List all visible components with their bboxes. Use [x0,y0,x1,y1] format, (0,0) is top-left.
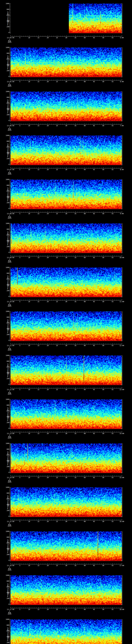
y-major-tick [10,323,11,323]
y-major-tick [10,53,11,54]
x-minor-tick [64,432,64,432]
y-tick-label: 0 [4,560,10,561]
y-minor-tick-right [122,280,122,281]
y-minor-tick-right [122,104,122,105]
x-tick-label: 55 [110,301,115,302]
x-end-time-label: 11:00 [117,301,127,302]
y-minor-tick [10,113,10,114]
y-tick-label: 200 [4,26,10,28]
x-minor-tick [24,36,24,36]
x-minor-tick [18,608,18,608]
x-minor-tick [16,36,16,36]
x-minor-tick [64,36,64,36]
y-minor-tick-right [122,577,122,577]
y-tick-label: 800 [4,624,10,626]
y-major-tick-right [121,92,122,92]
x-minor-tick [116,168,116,168]
x-minor-tick [114,388,114,388]
y-major-tick [10,417,11,417]
y-tick-label: 1000 [4,91,10,92]
y-minor-tick [10,471,10,471]
x-tick-label: 25 [54,609,60,610]
x-minor-tick [50,476,50,476]
x-tick-label: 40 [82,565,87,566]
x-minor-tick [60,212,61,212]
y-minor-tick [10,577,10,577]
x-minor-tick [33,432,33,432]
x-minor-tick [70,476,70,476]
x-minor-tick [59,432,59,432]
x-tick-label: 10 [26,433,32,434]
x-minor-tick [51,608,52,608]
x-minor-tick [14,476,14,476]
y-axis-serif [10,605,11,605]
x-minor-tick [64,608,64,608]
y-major-tick-right [121,554,122,555]
x-minor-tick [18,80,18,80]
spectrogram-panel: Frequency (Hz) 0200400600800100051015202… [0,176,132,220]
y-major-tick-right [121,115,122,115]
y-major-tick [10,229,11,230]
y-axis-right-serif [121,209,122,209]
y-major-tick-right [121,48,122,48]
x-major-tick [112,299,113,300]
y-minor-tick-right [122,182,122,183]
x-tick-label: 50 [101,609,106,610]
x-tick-label: 55 [110,521,115,522]
x-start-time-label: 13:13:00 [3,433,18,434]
x-minor-tick [46,388,46,388]
x-tick-label: 35 [73,609,78,610]
x-minor-tick [74,168,74,168]
x-minor-tick [81,80,81,80]
y-minor-tick-right [122,62,122,62]
x-minor-tick [72,608,72,608]
x-minor-tick [50,36,50,36]
x-minor-tick [18,256,18,256]
y-minor-tick [10,556,10,556]
x-tick-label: 25 [54,213,60,214]
y-minor-tick [10,12,10,12]
x-date-label: 2015 [6,218,14,219]
page: { "page": { "background": "#000000", "te… [0,0,132,644]
x-minor-tick [81,36,81,36]
y-minor-tick-right [122,198,122,198]
y-tick-label: 1000 [4,267,10,268]
y-minor-tick-right [122,322,122,322]
x-minor-tick [120,344,120,344]
y-minor-tick [10,75,10,75]
y-major-tick-right [121,361,122,362]
y-minor-tick-right [122,66,122,66]
x-minor-tick [46,608,46,608]
y-minor-tick-right [122,588,122,588]
x-minor-tick [118,124,118,124]
x-minor-tick [60,300,61,300]
x-minor-tick [116,564,116,564]
y-minor-tick [10,157,10,158]
x-minor-tick [55,520,55,520]
x-minor-tick [116,476,116,476]
y-tick-label: 0 [4,340,10,341]
x-minor-tick [109,432,109,432]
x-tick-label: 45 [92,565,96,566]
y-minor-tick [10,420,10,420]
y-tick-label: 800 [4,140,10,142]
y-minor-tick-right [122,295,122,295]
y-major-tick-right [121,229,122,230]
x-date-label: 2015 [6,42,14,43]
x-minor-tick [18,520,18,520]
y-minor-tick [10,280,10,281]
y-minor-tick [10,201,10,202]
x-minor-tick [62,124,63,124]
y-minor-tick-right [122,332,122,332]
x-minor-tick [59,520,59,520]
x-tick-label: 20 [45,609,50,610]
y-minor-tick [10,102,10,102]
x-minor-tick [68,124,68,124]
x-tick-label: 15 [36,565,41,566]
y-major-tick-right [121,76,122,77]
x-start-time-label: 13:09:00 [3,257,18,258]
spectrogram-canvas [10,224,122,253]
x-major-tick [20,211,20,212]
y-axis-title: Frequency (Hz) [7,363,9,377]
x-minor-tick [74,256,74,256]
